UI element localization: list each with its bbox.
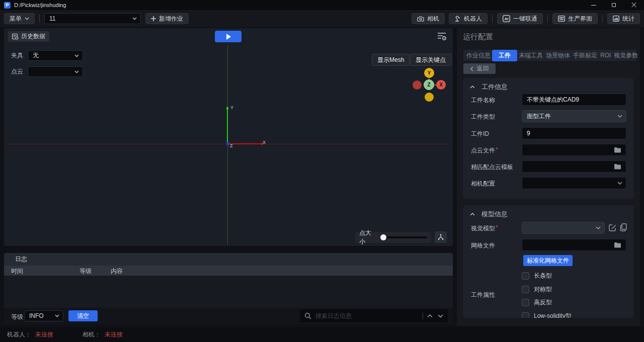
chevron-up-icon	[470, 213, 475, 216]
workpiece-attr-label: 工件属性	[471, 291, 495, 299]
pointcloud-select[interactable]	[28, 66, 83, 77]
production-view-button[interactable]: 生产界面	[552, 13, 598, 24]
pcd-file-label: 点云文件*	[471, 146, 498, 155]
normalize-mesh-button[interactable]: 标准化网格文件	[523, 255, 573, 266]
log-title: 日志	[4, 253, 453, 266]
tab-end-tool[interactable]: 末端工具	[517, 50, 544, 61]
run-config-title: 运行配置	[463, 32, 493, 42]
axes-toggle-button[interactable]	[435, 231, 447, 243]
history-data-icon	[12, 33, 19, 40]
minimize-icon	[591, 5, 596, 6]
camera-config-select[interactable]	[522, 177, 626, 189]
pcd-file-input[interactable]	[522, 144, 626, 156]
robot-button[interactable]: 机器人	[449, 13, 488, 24]
tab-scene-object[interactable]: 场景物体	[544, 50, 572, 61]
log-col-level: 等级	[79, 267, 92, 276]
new-job-label: 新增作业	[159, 15, 183, 23]
tab-workpiece[interactable]: 工件	[492, 50, 517, 61]
log-search-input[interactable]	[315, 312, 419, 319]
tab-roi[interactable]: ROI	[599, 50, 612, 60]
mesh-file-input[interactable]	[522, 239, 626, 251]
bar-chart-icon	[613, 16, 619, 22]
tab-vision-params[interactable]: 视觉参数	[612, 50, 639, 61]
checkbox-low-solidity[interactable]	[522, 312, 529, 318]
gizmo-x-axis[interactable]: X	[436, 80, 446, 90]
tab-job-info[interactable]: 作业信息	[465, 50, 492, 61]
one-key-connect-button[interactable]: AI 一键联通	[497, 13, 543, 24]
history-data-button[interactable]: 历史数据	[8, 31, 49, 42]
checkbox-long-strip[interactable]	[522, 272, 529, 280]
show-mesh-label: 显示Mesh	[377, 56, 404, 64]
one-key-connect-label: 一键联通	[513, 15, 537, 23]
edit-model-button[interactable]	[609, 224, 616, 231]
robot-status-label: 机器人：	[7, 330, 31, 339]
fine-match-template-input[interactable]	[522, 160, 626, 173]
workpiece-name-input[interactable]: 不带关键点的CAD9	[522, 94, 626, 106]
model-info-header[interactable]: 模型信息	[470, 210, 508, 219]
fine-match-template-label: 精匹配点云模板	[471, 163, 513, 172]
log-clear-button[interactable]: 清空	[68, 310, 98, 321]
workpiece-info-title: 工件信息	[481, 82, 508, 92]
workpiece-name-value: 不带关键点的CAD9	[527, 96, 579, 104]
gizmo-minus-x-axis[interactable]	[413, 80, 422, 90]
folder-open-icon[interactable]	[614, 163, 621, 169]
show-keypoints-button[interactable]: 显示关键点	[410, 54, 451, 66]
gizmo-z-axis[interactable]: Z	[424, 79, 434, 90]
folder-open-icon[interactable]	[614, 242, 621, 248]
model-info-title: 模型信息	[481, 210, 508, 219]
chevron-up-icon[interactable]	[427, 314, 433, 318]
y-axis-arrow-icon	[226, 106, 229, 109]
viewport-display-settings-button[interactable]	[437, 32, 447, 41]
toolbar-divider	[39, 15, 40, 23]
title-bar: P D:/Pickwiz/jinshuding	[0, 0, 644, 10]
point-size-control: 点大小	[355, 232, 431, 243]
menu-button[interactable]: 菜单	[4, 13, 35, 24]
workpiece-type-select[interactable]: 面型工件	[522, 110, 626, 122]
mesh-file-label: 网格文件	[471, 241, 495, 250]
checkbox-symmetric[interactable]	[522, 286, 529, 293]
chevron-down-icon[interactable]	[438, 314, 443, 318]
back-label: 返回	[477, 64, 489, 73]
show-mesh-button[interactable]: 显示Mesh	[372, 54, 410, 66]
camera-status-label: 相机：	[83, 330, 101, 339]
log-table-body[interactable]	[4, 276, 453, 308]
point-size-slider-thumb[interactable]	[380, 234, 386, 240]
3d-viewport[interactable]: 历史数据 夹具 无 点云 显示Mesh 显示关键点 Y Z X	[4, 28, 453, 246]
back-button[interactable]: 返回	[463, 63, 496, 74]
gizmo-y-axis[interactable]: Y	[424, 68, 434, 78]
copy-model-button[interactable]	[620, 223, 627, 231]
workpiece-id-input[interactable]: 9	[522, 127, 626, 139]
folder-open-icon[interactable]	[614, 147, 621, 153]
run-play-button[interactable]	[215, 31, 242, 42]
checkbox-label: 高反型	[534, 298, 552, 307]
config-tab-bar: 作业信息 工件 末端工具 场景物体 手眼标定 ROI 视觉参数	[463, 50, 636, 61]
stats-button[interactable]: 统计	[607, 13, 640, 24]
gizmo-minus-y-axis[interactable]	[425, 93, 434, 102]
point-size-slider[interactable]	[380, 236, 427, 238]
toolbar-divider	[492, 15, 493, 23]
close-button[interactable]	[624, 0, 644, 10]
search-divider	[423, 312, 423, 319]
checkbox-label: Low-solidity型	[534, 312, 572, 318]
checkbox-high-reflective[interactable]	[522, 299, 529, 306]
window-title: D:/Pickwiz/jinshuding	[14, 2, 66, 8]
camera-button[interactable]: 相机	[412, 13, 445, 24]
attr-row: Low-solidity型	[522, 312, 572, 318]
gizmo-x-label: X	[439, 82, 443, 88]
chevron-down-icon	[74, 54, 79, 57]
tab-hand-eye-calib[interactable]: 手眼标定	[572, 50, 599, 61]
workpiece-info-header[interactable]: 工件信息	[470, 82, 508, 92]
fixture-select[interactable]: 无	[28, 50, 83, 61]
main-toolbar: 菜单 11 新增作业 相机 机器人 AI 一键联通 生产界面	[0, 10, 644, 27]
new-job-button[interactable]: 新增作业	[145, 13, 189, 24]
app-logo-icon: P	[4, 2, 11, 9]
minimize-button[interactable]	[584, 0, 604, 10]
chevron-down-icon	[74, 70, 79, 73]
maximize-button[interactable]	[604, 0, 624, 10]
log-table-header: 时间 等级 内容	[4, 266, 453, 276]
camera-label: 相机	[427, 15, 439, 23]
menu-label: 菜单	[10, 15, 22, 23]
log-level-select[interactable]: INFO	[24, 310, 63, 321]
vision-model-select[interactable]	[522, 222, 605, 234]
job-select[interactable]: 11	[44, 13, 141, 24]
